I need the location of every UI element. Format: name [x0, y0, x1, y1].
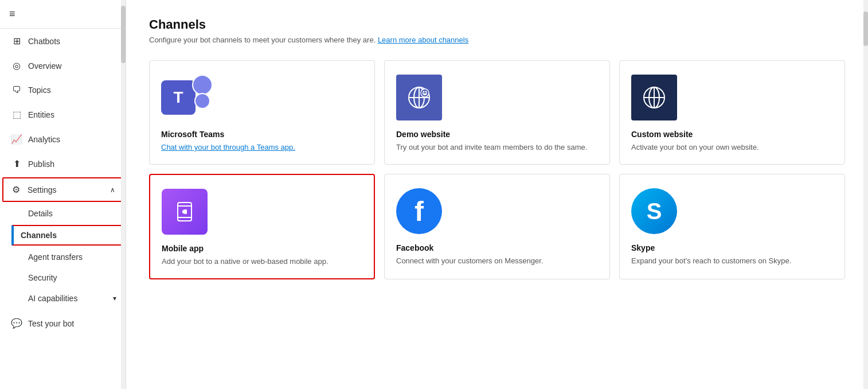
- settings-icon: ⚙: [10, 184, 22, 195]
- demo-card-desc: Try out your bot and invite team members…: [396, 142, 598, 153]
- channel-card-mobile-app[interactable]: Mobile app Add your bot to a native or w…: [149, 174, 375, 279]
- sidebar-item-settings[interactable]: ⚙ Settings ∧: [2, 177, 123, 202]
- mobile-card-desc: Add your bot to a native or web-based mo…: [162, 256, 362, 267]
- svg-rect-15: [185, 209, 187, 214]
- analytics-icon: 📈: [11, 134, 22, 145]
- teams-t-block: T: [161, 80, 196, 115]
- sidebar-item-label: AI capabilities: [28, 294, 77, 303]
- demo-icon-wrapper: [396, 75, 598, 120]
- channel-card-skype[interactable]: S Skype Expand your bot's reach to custo…: [619, 174, 845, 279]
- mobile-card-title: Mobile app: [162, 244, 362, 253]
- skype-icon: S: [631, 188, 677, 234]
- sidebar-item-label: Analytics: [28, 135, 60, 144]
- globe-dark-svg: [642, 85, 667, 110]
- skype-card-title: Skype: [631, 243, 833, 252]
- sidebar-item-label: Details: [28, 209, 53, 218]
- sidebar-item-security[interactable]: Security: [0, 267, 126, 288]
- skype-icon-wrapper: S: [631, 188, 833, 234]
- sidebar-header: ≡: [0, 0, 126, 29]
- sidebar: ≡ ⊞ Chatbots ◎ Overview 🗨 Topics ⬚ Entit…: [0, 0, 126, 389]
- facebook-card-title: Facebook: [396, 243, 598, 252]
- settings-chevron: ∧: [110, 186, 115, 194]
- teams-card-title: Microsoft Teams: [161, 130, 363, 139]
- globe-svg: [406, 85, 432, 110]
- sidebar-item-label: Agent transfers: [28, 252, 83, 262]
- channel-card-demo-website[interactable]: Demo website Try out your bot and invite…: [384, 60, 610, 165]
- custom-icon-wrapper: [631, 75, 833, 120]
- custom-globe-icon: [631, 75, 677, 120]
- sidebar-item-label: Publish: [28, 160, 54, 169]
- facebook-icon: f: [396, 188, 442, 234]
- sidebar-item-overview[interactable]: ◎ Overview: [0, 53, 126, 78]
- sidebar-item-agent-transfers[interactable]: Agent transfers: [0, 247, 126, 267]
- sidebar-item-ai-capabilities[interactable]: AI capabilities ▾: [0, 288, 126, 309]
- sidebar-item-label: Topics: [28, 85, 51, 95]
- sidebar-item-label: Entities: [28, 110, 54, 119]
- main-content: Channels Configure your bot channels to …: [126, 0, 868, 389]
- sidebar-item-entities[interactable]: ⬚ Entities: [0, 102, 126, 127]
- teams-logo: T: [161, 75, 213, 120]
- main-scrollbar[interactable]: [863, 0, 868, 389]
- sidebar-item-topics[interactable]: 🗨 Topics: [0, 78, 126, 102]
- skype-card-desc: Expand your bot's reach to customers on …: [631, 256, 833, 266]
- teams-avatar2: [194, 93, 210, 109]
- demo-card-title: Demo website: [396, 130, 598, 139]
- sidebar-item-details[interactable]: Details: [0, 203, 126, 224]
- custom-card-desc: Activate your bot on your own website.: [631, 142, 833, 153]
- sidebar-item-chatbots[interactable]: ⊞ Chatbots: [0, 29, 126, 53]
- chatbots-icon: ⊞: [11, 36, 22, 46]
- sidebar-item-label: Security: [28, 273, 57, 282]
- sidebar-nav: ⊞ Chatbots ◎ Overview 🗨 Topics ⬚ Entitie…: [0, 29, 126, 389]
- facebook-icon-wrapper: f: [396, 188, 598, 234]
- sidebar-item-label: Settings: [28, 185, 57, 194]
- sidebar-item-test-your-bot[interactable]: 💬 Test your bot: [0, 311, 126, 336]
- sidebar-item-analytics[interactable]: 📈 Analytics: [0, 127, 126, 151]
- test-bot-icon: 💬: [11, 318, 22, 329]
- ai-capabilities-chevron: ▾: [113, 294, 116, 302]
- main-scrollthumb[interactable]: [863, 11, 868, 46]
- sidebar-item-label: Chatbots: [28, 37, 60, 46]
- sidebar-scrollthumb[interactable]: [121, 6, 126, 63]
- topics-icon: 🗨: [11, 85, 22, 95]
- sidebar-item-label: Overview: [28, 61, 61, 71]
- mobile-icon-wrapper: [162, 189, 362, 235]
- channel-grid: T Microsoft Teams Chat with your bot thr…: [149, 60, 845, 279]
- publish-icon: ⬆: [11, 158, 22, 169]
- subtitle-text: Configure your bot channels to meet your…: [149, 36, 376, 44]
- teams-desc-link[interactable]: Chat with your bot through a Teams app.: [161, 143, 295, 151]
- teams-card-desc: Chat with your bot through a Teams app.: [161, 142, 363, 153]
- facebook-card-desc: Connect with your customers on Messenger…: [396, 256, 598, 266]
- hamburger-icon[interactable]: ≡: [9, 8, 15, 20]
- sidebar-item-channels[interactable]: Channels: [11, 225, 123, 246]
- mobile-app-icon: [162, 189, 208, 235]
- sidebar-scrollbar[interactable]: [121, 0, 126, 389]
- channel-card-facebook[interactable]: f Facebook Connect with your customers o…: [384, 174, 610, 279]
- page-subtitle: Configure your bot channels to meet your…: [149, 36, 845, 44]
- custom-card-title: Custom website: [631, 130, 833, 139]
- channel-card-microsoft-teams[interactable]: T Microsoft Teams Chat with your bot thr…: [149, 60, 375, 165]
- demo-globe-icon: [396, 75, 442, 120]
- learn-more-link[interactable]: Learn more about channels: [378, 36, 468, 44]
- overview-icon: ◎: [11, 60, 22, 71]
- sidebar-item-label: Channels: [21, 231, 57, 240]
- page-title: Channels: [149, 17, 845, 32]
- channel-card-custom-website[interactable]: Custom website Activate your bot on your…: [619, 60, 845, 165]
- sidebar-item-label: Test your bot: [28, 319, 74, 328]
- teams-icon-wrapper: T: [161, 75, 363, 120]
- teams-avatar1: [192, 75, 213, 95]
- mobile-svg: [172, 199, 197, 224]
- sidebar-item-publish[interactable]: ⬆ Publish: [0, 151, 126, 176]
- entities-icon: ⬚: [11, 109, 22, 120]
